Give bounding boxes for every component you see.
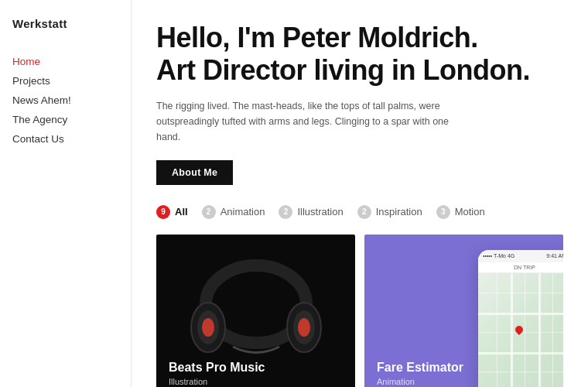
svg-point-6 bbox=[298, 318, 310, 337]
filter-badge-inspiration: 2 bbox=[357, 205, 371, 219]
map-grid bbox=[552, 273, 553, 387]
about-me-button[interactable]: About Me bbox=[156, 160, 233, 185]
filter-label-motion: Motion bbox=[455, 206, 485, 217]
card-beats-category: Illustration bbox=[169, 377, 265, 386]
phone-mockup: ••••• T-Mo 4G 9:41 AM DN TRIP bbox=[478, 250, 563, 387]
filter-all[interactable]: 9All bbox=[156, 205, 188, 219]
filter-label-animation: Animation bbox=[220, 206, 265, 217]
filter-badge-illustration: 2 bbox=[279, 205, 292, 219]
filter-label-illustration: Illustration bbox=[297, 206, 343, 217]
card-beats[interactable]: Beats Pro Music Illustration bbox=[156, 235, 355, 387]
filter-animation[interactable]: 2Animation bbox=[202, 205, 265, 219]
map-road bbox=[511, 273, 513, 387]
main-content: Hello, I'm Peter Moldrich.Art Director l… bbox=[132, 0, 588, 387]
card-fare-title: Fare Estimator bbox=[377, 361, 463, 375]
filter-badge-animation: 2 bbox=[202, 205, 216, 219]
map-grid bbox=[478, 293, 563, 293]
brand-logo: Werkstatt bbox=[12, 17, 118, 30]
portfolio-grid: Beats Pro Music Illustration Fare Estima… bbox=[156, 235, 563, 387]
hero-subtitle: The rigging lived. The mast-heads, like … bbox=[156, 98, 466, 145]
phone-status-bar: ••••• T-Mo 4G 9:41 AM bbox=[478, 250, 563, 262]
map-road bbox=[538, 273, 541, 387]
card-beats-text: Beats Pro Music Illustration bbox=[156, 350, 277, 387]
map-pin-icon bbox=[514, 324, 525, 335]
phone-url-bar: DN TRIP bbox=[478, 262, 563, 273]
card-fare-category: Animation bbox=[377, 377, 463, 386]
map-grid bbox=[525, 273, 525, 387]
phone-map bbox=[478, 273, 563, 387]
sidebar-item-the-agency[interactable]: The Agency bbox=[12, 110, 118, 129]
sidebar-item-contact-us[interactable]: Contact Us bbox=[12, 129, 118, 149]
filter-bar: 9All2Animation2Illustration2Inspiration3… bbox=[156, 205, 563, 221]
hero-title: Hello, I'm Peter Moldrich.Art Director l… bbox=[156, 22, 563, 87]
filter-inspiration[interactable]: 2Inspiration bbox=[357, 205, 422, 219]
sidebar-nav: HomeProjectsNews Ahem!The AgencyContact … bbox=[12, 52, 118, 149]
filter-motion[interactable]: 3Motion bbox=[436, 205, 485, 219]
map-grid bbox=[478, 372, 563, 372]
sidebar-item-projects[interactable]: Projects bbox=[12, 71, 118, 91]
card-fare[interactable]: Fare Estimator Animation ••••• T-Mo 4G 9… bbox=[364, 235, 563, 387]
filter-label-inspiration: Inspiration bbox=[376, 206, 422, 217]
map-grid bbox=[497, 273, 497, 387]
card-fare-text: Fare Estimator Animation bbox=[364, 350, 476, 387]
card-beats-title: Beats Pro Music bbox=[169, 361, 265, 375]
sidebar-item-news-ahem![interactable]: News Ahem! bbox=[12, 91, 118, 110]
filter-label-all: All bbox=[175, 206, 188, 217]
filter-badge-all: 9 bbox=[156, 205, 170, 219]
phone-status-left: ••••• T-Mo 4G bbox=[483, 253, 514, 259]
filter-badge-motion: 3 bbox=[436, 205, 450, 219]
sidebar-item-home[interactable]: Home bbox=[12, 52, 118, 71]
svg-point-3 bbox=[202, 318, 214, 337]
phone-status-right: 9:41 AM bbox=[546, 253, 563, 259]
filter-illustration[interactable]: 2Illustration bbox=[279, 205, 343, 219]
map-road bbox=[478, 313, 563, 315]
map-road bbox=[478, 352, 563, 354]
sidebar: Werkstatt HomeProjectsNews Ahem!The Agen… bbox=[0, 0, 132, 387]
phone-url-text: DN TRIP bbox=[514, 265, 535, 270]
